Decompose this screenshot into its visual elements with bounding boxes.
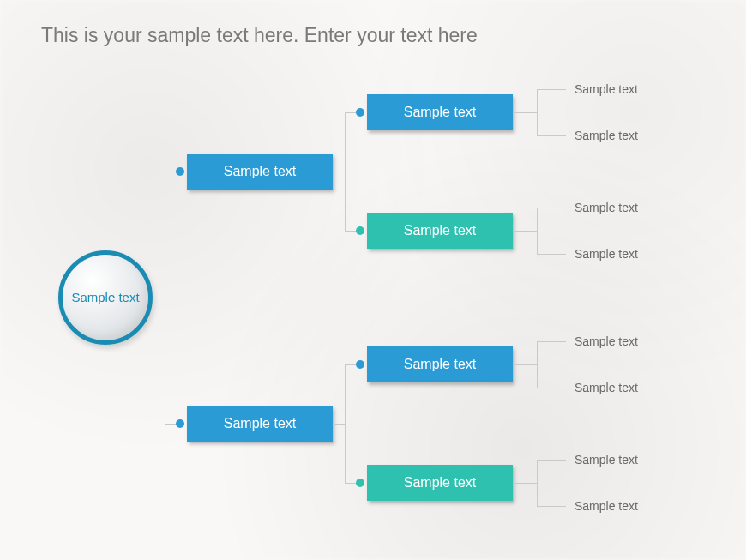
connector-line (537, 254, 566, 255)
level3-label: Sample text (404, 475, 476, 491)
connector-line (513, 483, 537, 484)
level3-node-3: Sample text (367, 465, 513, 501)
connector-line (513, 364, 537, 365)
leaf-4: Sample text (575, 334, 638, 348)
level3-node-0: Sample text (367, 94, 513, 130)
connector-line (537, 388, 566, 388)
level3-label: Sample text (404, 105, 476, 120)
connector-line (345, 112, 346, 232)
connector-line (537, 341, 538, 388)
connector-line (513, 112, 537, 113)
connector-line (165, 172, 165, 425)
connector-line (153, 298, 165, 298)
level3-label: Sample text (404, 357, 476, 372)
leaf-0: Sample text (575, 82, 638, 96)
root-node: Sample text (58, 250, 153, 345)
connector-line (333, 424, 345, 425)
level2-label: Sample text (224, 416, 296, 431)
leaf-2: Sample text (575, 201, 638, 214)
level3-node-2: Sample text (367, 346, 513, 382)
connector-dot (176, 167, 184, 176)
level3-label: Sample text (404, 223, 476, 238)
connector-line (513, 231, 537, 232)
connector-line (537, 208, 538, 255)
leaf-5: Sample text (575, 381, 638, 394)
connector-dot (176, 419, 184, 428)
connector-dot (356, 226, 364, 235)
connector-dot (356, 108, 364, 117)
connector-dot (356, 479, 364, 487)
connector-line (537, 89, 566, 90)
connector-line (537, 135, 566, 136)
connector-line (537, 208, 566, 208)
leaf-6: Sample text (575, 453, 638, 467)
leaf-7: Sample text (575, 499, 638, 513)
level2-node-1: Sample text (187, 406, 333, 442)
connector-line (537, 460, 566, 461)
leaf-1: Sample text (575, 129, 638, 142)
connector-line (537, 341, 566, 342)
diagram-stage: Sample text Sample text Sample text Samp… (0, 0, 746, 560)
level3-node-1: Sample text (367, 213, 513, 249)
connector-line (333, 172, 345, 172)
connector-line (537, 506, 566, 507)
connector-line (537, 89, 538, 136)
connector-dot (356, 360, 364, 369)
level2-label: Sample text (224, 164, 296, 179)
leaf-3: Sample text (575, 247, 638, 261)
connector-line (345, 364, 346, 484)
root-label: Sample text (71, 290, 139, 306)
connector-line (537, 460, 538, 507)
level2-node-0: Sample text (187, 154, 333, 190)
